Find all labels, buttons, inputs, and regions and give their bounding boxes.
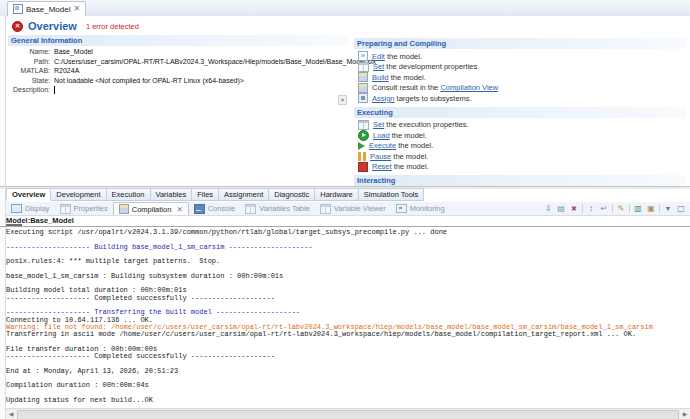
tab-overview[interactable]: Overview [6,188,51,201]
console-line: Updating status for next build...OK [6,397,688,404]
view-tab-variables-table[interactable]: Variables Table [240,203,315,215]
tab-files[interactable]: Files [192,188,219,201]
scroll-left-icon[interactable]: ◀ [6,409,16,419]
assign-targets-icon [358,93,368,103]
section-header-executing: Executing [354,107,686,118]
link-compilation-view[interactable]: Compilation View [440,83,498,92]
error-status-text: 1 error detected [86,22,139,31]
field-value-description[interactable] [54,86,55,94]
view-tab-display[interactable]: Display [6,203,55,215]
link-reset[interactable]: Reset [372,162,392,171]
field-row-description: Description: [8,86,348,94]
scrollbar-thumb[interactable] [17,410,679,419]
view-tab-close-icon[interactable]: ✕ [176,205,182,214]
field-label: Description: [8,86,54,93]
view-tab-label: Display [25,204,50,213]
view-tab-monitoring[interactable]: Monitoring [391,203,450,215]
clear-console-icon[interactable] [569,204,579,214]
toolbar-separator [582,204,583,213]
pause-icon [358,152,366,161]
section-header-interacting: Interacting [354,175,686,186]
console-line: Executing script /usr/opalrt/v2024.3.1.3… [6,229,688,236]
tab-hardware[interactable]: Hardware [315,188,359,201]
tab-assignment[interactable]: Assignment [219,188,269,201]
display-console-icon[interactable] [633,204,643,214]
tab-variables[interactable]: Variables [151,188,193,201]
field-value-name: Base_Model [54,48,93,55]
link-edit[interactable]: Edit [372,52,385,61]
view-tab-console[interactable]: Console [189,203,241,215]
view-tab-label: Variable Viewer [334,204,386,213]
action-execute: Execute the model. [358,141,686,152]
field-label: MATLAB: [8,67,54,74]
text-caret [54,86,55,94]
open-console-icon2[interactable] [646,204,656,214]
field-row-matlab: MATLAB:R2024A [8,67,348,74]
link-assign[interactable]: Assign [372,94,395,103]
link-pause[interactable]: Pause [370,152,391,161]
view-tab-compilation[interactable]: Compilation✕ [113,202,189,215]
model-icon [13,4,23,14]
action-compilation-view: Consult result in the Compilation View [358,83,686,94]
editor-tab-base-model[interactable]: Base_Model ✕ [7,1,86,16]
view-tab-variable-viewer[interactable]: Variable Viewer [315,203,391,215]
console-divider [0,226,690,227]
view-tab-properties[interactable]: Properties [55,203,113,215]
pin-console-icon[interactable] [616,204,626,214]
compilation-console[interactable]: Executing script /usr/opalrt/v2024.3.1.3… [6,229,688,408]
link-set[interactable]: Set [373,62,384,71]
view-tab-label: Properties [74,204,108,213]
field-value-path: C:/Users/user_carsim/OPAL-RT/RT-LABv2024… [54,58,376,65]
action-text: Set the development properties. [373,62,479,71]
action-set: Set the execution properties. [358,120,686,131]
scroll-lock-icon[interactable] [586,204,596,214]
action-load: Load the model. [358,130,686,141]
maximize-icon[interactable] [676,204,686,214]
link-load[interactable]: Load [373,131,390,140]
minimize-icon[interactable] [663,204,673,214]
compilation-icon [358,83,368,93]
page-title: Overview [28,20,77,32]
description-scrollbar[interactable]: ▲ [338,95,347,105]
view-tab-label: Variables Table [259,204,310,213]
view-tab-label: Console [208,204,236,213]
scroll-right-icon[interactable]: ▶ [680,409,690,419]
field-value-state: Not loadable <Not compiled for OPAL-RT L… [54,77,244,84]
console-line: -------------------- Building base_model… [6,244,688,251]
console-icon [194,204,205,214]
action-assign: Assign targets to subsystems. [358,93,686,104]
editor-tab-close-icon[interactable]: ✕ [73,5,80,13]
actions-column: Preparing and CompilingEdit the model.Se… [354,35,686,186]
field-label: Path: [8,58,54,65]
word-wrap-icon[interactable] [599,204,609,214]
view-tabs: DisplayPropertiesCompilation✕ConsoleVari… [6,202,450,215]
print-icon[interactable] [556,204,566,214]
properties-icon [60,204,71,214]
view-tab-bar: DisplayPropertiesCompilation✕ConsoleVari… [6,202,690,216]
display-icon [11,204,22,213]
link-build[interactable]: Build [372,73,389,82]
monitoring-icon [396,204,407,213]
variables-table-icon [245,204,256,214]
section-header-general-information: General Information [8,35,348,46]
console-toolbar [543,204,690,214]
tab-diagnostic[interactable]: Diagnostic [269,188,315,201]
tab-development[interactable]: Development [51,188,106,201]
action-text: Reset the model. [372,162,429,171]
editor-tab-label: Base_Model [26,5,70,14]
export-log-icon[interactable] [543,204,553,214]
set-properties-icon [358,62,369,72]
console-line: -------------------- Completed successfu… [6,295,688,302]
field-row-path: Path:C:/Users/user_carsim/OPAL-RT/RT-LAB… [8,58,348,65]
project-tab-bar: OverviewDevelopmentExecutionVariablesFil… [6,189,690,201]
field-value-matlab: R2024A [54,67,79,74]
tab-execution[interactable]: Execution [107,188,151,201]
horizontal-scrollbar[interactable]: ◀ ▶ [6,408,690,419]
link-execute[interactable]: Execute [369,141,396,150]
view-tab-label: Monitoring [410,204,445,213]
toolbar-separator [629,204,630,213]
action-reset: Reset the model. [358,162,686,173]
tab-simulation-tools[interactable]: Simulation Tools [359,188,424,201]
console-line: base_model_1_sm_carsim : Building subsys… [6,273,688,280]
link-set[interactable]: Set [373,120,384,129]
